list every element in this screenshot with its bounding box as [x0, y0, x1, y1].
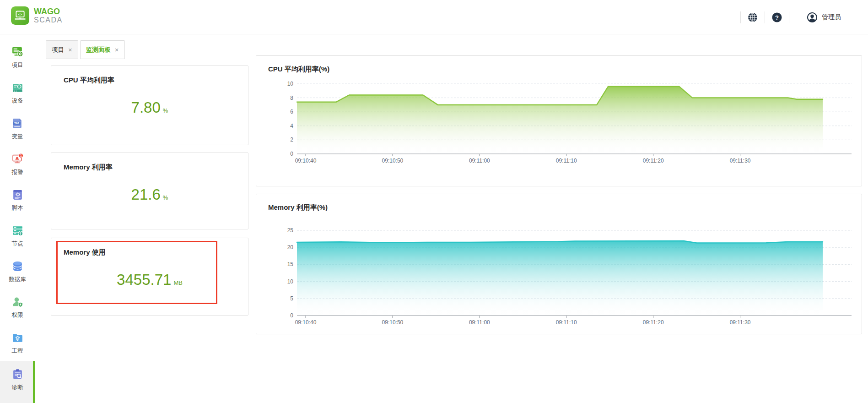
svg-text:TAG: TAG — [14, 122, 19, 125]
svg-text:25: 25 — [287, 227, 294, 234]
app-header: <> WAGO SCADA ? — [0, 0, 868, 34]
cpu-chart-panel: CPU 平均利用率(%) 024681009:10:4009:10:5009:1… — [256, 55, 862, 186]
svg-text:09:10:40: 09:10:40 — [295, 319, 317, 326]
svg-text:15: 15 — [287, 261, 294, 267]
memory-usage-value: 21.6% — [51, 186, 248, 203]
tab-project[interactable]: 项目 × — [46, 40, 78, 59]
svg-text:09:11:30: 09:11:30 — [730, 158, 751, 164]
sidebar-item-diagnosis[interactable]: 诊断 — [0, 361, 35, 403]
card-title: CPU 平均利用率 — [64, 76, 114, 85]
svg-text:6: 6 — [290, 109, 293, 115]
svg-text:09:11:30: 09:11:30 — [730, 319, 751, 326]
cpu-usage-card: CPU 平均利用率 7.80% — [51, 65, 248, 145]
sidebar-item-label: 项目 — [12, 61, 23, 69]
user-name: 管理员 — [822, 13, 841, 22]
close-icon[interactable]: × — [68, 46, 72, 54]
sidebar-item-label: 脚本 — [12, 204, 23, 212]
sidebar-item-variable[interactable]: TAG 变量 — [0, 111, 35, 147]
database-icon — [11, 260, 24, 272]
card-title: Memory 使用 — [64, 248, 106, 257]
svg-text:09:10:50: 09:10:50 — [382, 158, 404, 164]
open-tabs-bar: 项目 × 监测面板 × — [46, 40, 125, 59]
header-separator — [789, 11, 789, 23]
unit-label: % — [163, 107, 168, 114]
sidebar-item-label: 数据库 — [9, 276, 26, 283]
svg-text:<>: <> — [18, 13, 22, 16]
memory-usage-chart: 051015202509:10:4009:10:5009:11:0009:11:… — [256, 194, 862, 334]
svg-text:0: 0 — [290, 151, 293, 157]
svg-text:5: 5 — [290, 295, 293, 302]
diagnosis-clipboard-icon — [11, 368, 24, 381]
sidebar-item-engineering[interactable]: 工程 — [0, 325, 35, 361]
svg-text:?: ? — [775, 14, 779, 21]
alarm-monitor-icon: 1 — [11, 153, 24, 165]
svg-text:09:11:20: 09:11:20 — [643, 319, 664, 326]
memory-chart-panel: Memory 利用率(%) 051015202509:10:4009:10:50… — [256, 194, 862, 334]
sidebar-item-label: 权限 — [12, 311, 23, 319]
globe-icon[interactable] — [747, 12, 758, 23]
project-monitor-icon — [11, 46, 24, 58]
user-avatar-icon — [807, 12, 818, 23]
memory-used-value: 3455.71MB — [51, 271, 248, 289]
svg-text:09:10:50: 09:10:50 — [382, 319, 404, 326]
cpu-usage-value: 7.80% — [51, 99, 248, 116]
sidebar-item-permission[interactable]: 权限 — [0, 289, 35, 325]
sidebar-item-label: 工程 — [12, 347, 23, 355]
close-icon[interactable]: × — [115, 46, 119, 54]
header-separator — [740, 11, 741, 23]
brand-sub: SCADA — [34, 16, 63, 24]
wago-logo: <> WAGO SCADA — [11, 6, 63, 25]
sidebar-item-label: 节点 — [12, 240, 23, 248]
svg-text:8: 8 — [290, 95, 293, 101]
tab-label: 项目 — [52, 46, 64, 54]
header-separator — [765, 11, 765, 23]
chart-title: Memory 利用率(%) — [268, 203, 328, 212]
sidebar-item-device[interactable]: 设备 — [0, 75, 35, 111]
svg-text:10: 10 — [287, 278, 294, 285]
user-menu[interactable]: 管理员 — [807, 12, 841, 23]
svg-text:4: 4 — [290, 123, 293, 129]
device-icon — [11, 82, 24, 94]
sidebar-item-database[interactable]: 数据库 — [0, 254, 35, 289]
laptop-code-icon: <> — [11, 6, 29, 25]
sidebar-item-project[interactable]: 项目 — [0, 39, 35, 75]
node-server-icon — [11, 224, 24, 237]
sidebar-item-node[interactable]: 节点 — [0, 218, 35, 254]
svg-text:1: 1 — [20, 154, 22, 157]
unit-label: MB — [173, 279, 183, 286]
sidebar-item-label: 设备 — [12, 97, 23, 105]
svg-text:09:11:10: 09:11:10 — [556, 158, 577, 164]
svg-text:0: 0 — [290, 312, 293, 319]
svg-text:2: 2 — [290, 136, 293, 143]
script-code-icon — [11, 189, 24, 201]
sidebar-item-script[interactable]: 脚本 — [0, 182, 35, 218]
svg-text:09:11:00: 09:11:00 — [469, 319, 490, 326]
sidebar-nav: 项目 设备 TAG 变量 1 — [0, 35, 35, 403]
user-shield-icon — [11, 296, 24, 308]
help-icon[interactable]: ? — [771, 12, 782, 23]
sidebar-item-label: 变量 — [12, 133, 23, 141]
svg-text:09:11:10: 09:11:10 — [556, 319, 577, 326]
svg-text:20: 20 — [287, 244, 294, 251]
header-actions: ? 管理员 — [734, 0, 841, 34]
memory-used-card: Memory 使用 3455.71MB — [51, 238, 248, 316]
svg-text:09:10:40: 09:10:40 — [295, 158, 317, 164]
unit-label: % — [163, 194, 168, 201]
tab-label: 监测面板 — [86, 46, 111, 54]
svg-text:09:11:20: 09:11:20 — [643, 158, 664, 164]
cpu-usage-chart: 024681009:10:4009:10:5009:11:0009:11:100… — [256, 56, 862, 186]
tag-file-icon: TAG — [11, 117, 24, 130]
svg-text:09:11:00: 09:11:00 — [469, 158, 490, 164]
sidebar-item-label: 报警 — [12, 169, 23, 176]
sidebar-item-label: 诊断 — [12, 384, 23, 392]
engineering-folder-icon — [11, 332, 24, 344]
chart-title: CPU 平均利用率(%) — [268, 65, 329, 74]
memory-usage-card: Memory 利用率 21.6% — [51, 152, 248, 229]
sidebar-item-alarm[interactable]: 1 报警 — [0, 147, 35, 182]
svg-text:10: 10 — [287, 81, 294, 87]
card-title: Memory 利用率 — [64, 163, 113, 172]
tab-monitor-panel[interactable]: 监测面板 × — [80, 40, 125, 59]
brand-name: WAGO — [34, 7, 63, 16]
